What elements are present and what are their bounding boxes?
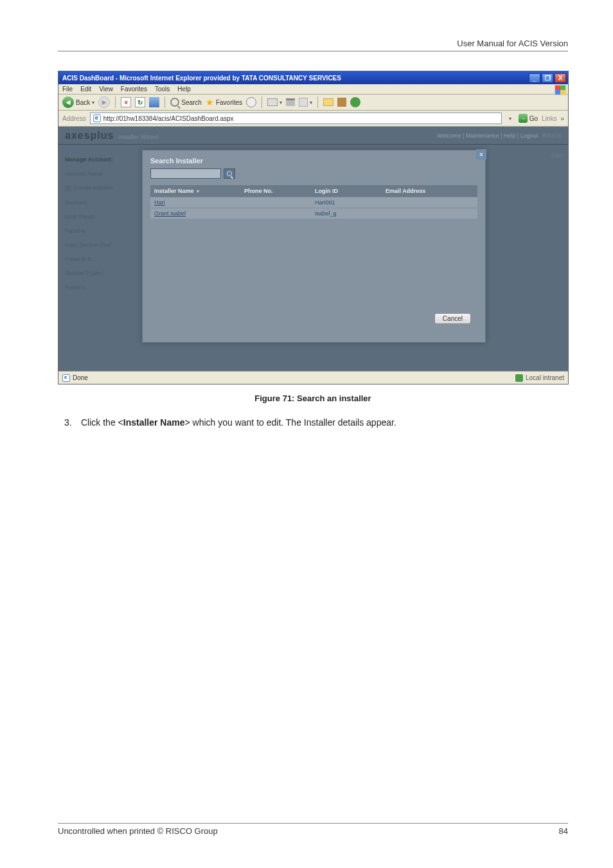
ie-page-icon xyxy=(62,374,70,382)
maximize-button[interactable]: ❐ xyxy=(542,73,553,83)
cell-email xyxy=(382,208,477,219)
sidebar-item-map-panel[interactable]: MAP Panel xyxy=(64,210,139,224)
back-label: Back xyxy=(76,99,90,106)
search-installer-panel: × Search Installer Installer Name▼ Phone… xyxy=(142,150,486,343)
toolbar-separator xyxy=(164,96,165,108)
sidebar-item-main-section[interactable]: main Section (Def xyxy=(64,238,139,252)
menubar: File Edit View Favorites Tools Help xyxy=(58,84,568,95)
sidebar-item-panel-a[interactable]: Panel-a xyxy=(64,224,139,238)
col-header-name[interactable]: Installer Name▼ xyxy=(150,185,240,197)
menu-favorites[interactable]: Favorites xyxy=(121,86,147,93)
page-footer: Uncontrolled when printed © RISCO Group … xyxy=(58,823,568,836)
search-button[interactable] xyxy=(224,168,235,179)
statusbar: Done Local intranet xyxy=(58,371,568,384)
forward-button[interactable]: ► xyxy=(98,96,110,108)
go-arrow-icon: → xyxy=(519,114,528,123)
messenger-button[interactable] xyxy=(350,97,360,107)
menu-help[interactable]: Help xyxy=(177,86,191,93)
step-number: 3. xyxy=(64,417,73,428)
step-text-bold: Installer Name xyxy=(123,417,185,428)
zone-label: Local intranet xyxy=(526,374,564,381)
home-button[interactable] xyxy=(149,97,159,107)
sidebar-item-panel-a2[interactable]: Panel-A xyxy=(64,280,139,294)
page-number: 84 xyxy=(559,826,568,836)
menu-tools[interactable]: Tools xyxy=(155,86,170,93)
app-content: axesplus Installer Wizard Welcome | Main… xyxy=(58,127,568,371)
table-row: Grant Isabel isabel_g xyxy=(150,208,477,219)
panel-title: Search Installer xyxy=(143,150,485,168)
step-text-part1: Click the < xyxy=(81,417,123,428)
figure-caption: Figure 71: Search an installer xyxy=(58,393,568,403)
chevron-down-icon: ▾ xyxy=(310,100,312,105)
right-strip: Filter xyxy=(551,152,564,159)
go-button[interactable]: → Go xyxy=(519,114,538,123)
installer-name-link[interactable]: Hari xyxy=(150,197,240,208)
window-title: ACIS DashBoard - Microsoft Internet Expl… xyxy=(62,75,341,82)
search-input[interactable] xyxy=(150,168,221,179)
search-button[interactable]: Search xyxy=(170,98,202,107)
print-button[interactable] xyxy=(286,98,295,106)
menu-file[interactable]: File xyxy=(62,86,73,93)
footer-left: Uncontrolled when printed © RISCO Group xyxy=(58,826,218,836)
toolbar-separator xyxy=(262,96,262,108)
links-chevron-icon: » xyxy=(560,115,564,122)
toolbar-separator xyxy=(115,96,116,108)
titlebar: ACIS DashBoard - Microsoft Internet Expl… xyxy=(58,71,568,84)
menu-view[interactable]: View xyxy=(99,86,113,93)
chevron-down-icon: ▾ xyxy=(280,100,282,105)
sidebar-item-panel-b[interactable]: Panel-B-S xyxy=(64,252,139,266)
step-text-part2: > which you want to edit. The Installer … xyxy=(184,417,396,428)
folder-button[interactable] xyxy=(323,98,333,106)
risco-logo: RISC@ xyxy=(542,132,562,139)
sidebar-item-create-installer[interactable]: Create Installer xyxy=(64,181,139,195)
stop-button[interactable]: × xyxy=(121,97,131,107)
toolbar: ◄ Back ▾ ► × ↻ Search ★ Favorites ▾ ▾ xyxy=(58,95,568,111)
cell-login: Hari001 xyxy=(311,197,382,208)
col-header-email[interactable]: Email Address xyxy=(382,185,477,197)
address-label: Address xyxy=(62,115,86,122)
window-close-button[interactable]: X xyxy=(555,73,566,83)
toolbar-separator xyxy=(317,96,318,108)
installer-name-link[interactable]: Grant Isabel xyxy=(150,208,240,219)
header-links[interactable]: Welcome | Maintenance | Help | Logout RI… xyxy=(437,132,562,139)
page-header: User Manual for ACIS Version xyxy=(58,39,568,51)
address-dropdown[interactable]: ▾ xyxy=(506,116,515,122)
favorites-button[interactable]: ★ Favorites xyxy=(206,97,242,107)
mail-button[interactable]: ▾ xyxy=(267,98,282,106)
go-label: Go xyxy=(529,115,538,122)
menu-edit[interactable]: Edit xyxy=(80,86,91,93)
app-header: axesplus Installer Wizard Welcome | Main… xyxy=(58,127,568,145)
magnifier-icon xyxy=(227,171,232,176)
favorites-label: Favorites xyxy=(216,99,242,106)
back-arrow-icon: ◄ xyxy=(62,96,74,108)
header-links-text: Welcome | Maintenance | Help | Logout xyxy=(437,132,538,139)
links-label[interactable]: Links xyxy=(542,115,556,122)
brand-suffix: Installer Wizard xyxy=(118,134,158,140)
col-header-phone[interactable]: Phone No. xyxy=(240,185,311,197)
address-input[interactable]: http://01hw183384/acis/ACISDashBoard.asp… xyxy=(90,113,502,124)
tool-button-1[interactable] xyxy=(337,98,346,107)
intranet-zone-icon xyxy=(515,374,523,382)
col-header-name-label: Installer Name xyxy=(154,188,194,194)
table-row: Hari Hari001 xyxy=(150,197,477,208)
refresh-button[interactable]: ↻ xyxy=(135,97,145,107)
back-button[interactable]: ◄ Back ▾ xyxy=(62,96,94,108)
panel-close-button[interactable]: × xyxy=(476,149,486,159)
minimize-button[interactable]: _ xyxy=(529,73,540,83)
star-icon: ★ xyxy=(206,97,214,107)
sidebar-item-sections[interactable]: Sections xyxy=(64,195,139,210)
history-button[interactable] xyxy=(246,97,256,107)
sidebar-item-section-2[interactable]: Section 2 (abc) xyxy=(64,266,139,280)
address-url: http://01hw183384/acis/ACISDashBoard.asp… xyxy=(103,115,234,122)
col-header-login[interactable]: Login ID xyxy=(311,185,382,197)
results-grid: Installer Name▼ Phone No. Login ID Email… xyxy=(150,185,477,219)
step-text: Click the <Installer Name> which you wan… xyxy=(81,417,396,428)
sidebar-item-account[interactable]: Account Name xyxy=(64,167,139,181)
edit-button[interactable]: ▾ xyxy=(299,98,312,107)
addressbar: Address http://01hw183384/acis/ACISDashB… xyxy=(58,111,568,127)
cancel-button[interactable]: Cancel xyxy=(434,313,471,324)
sidebar-heading: Manage Account: xyxy=(64,152,139,167)
security-zone: Local intranet xyxy=(515,374,564,382)
browser-window: ACIS DashBoard - Microsoft Internet Expl… xyxy=(58,71,569,384)
chevron-down-icon: ▾ xyxy=(92,100,94,105)
